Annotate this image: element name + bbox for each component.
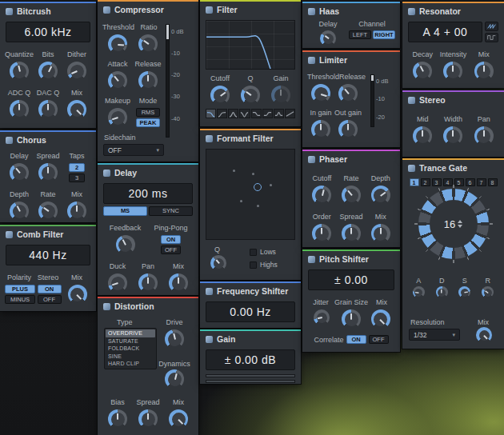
pan-knob[interactable]: [474, 126, 494, 146]
cutoff-knob[interactable]: [312, 186, 331, 205]
bias-knob[interactable]: [108, 409, 127, 429]
polarity-plus-button[interactable]: PLUS: [5, 285, 35, 293]
spread-knob[interactable]: [342, 224, 361, 243]
bits-knob[interactable]: [38, 62, 58, 81]
release-knob[interactable]: [338, 84, 358, 103]
filter-shape-bandpass-button[interactable]: [228, 109, 238, 118]
threshold-knob[interactable]: [311, 84, 330, 103]
pad-cursor[interactable]: [254, 183, 262, 191]
formant-xy-pad[interactable]: [206, 149, 295, 240]
release-knob[interactable]: [482, 286, 494, 298]
resolution-dropdown[interactable]: 1/32 ▾: [409, 329, 460, 341]
feedback-knob[interactable]: [116, 235, 135, 254]
pattern-button-7[interactable]: 7: [477, 178, 486, 186]
correlate-on-button[interactable]: ON: [346, 335, 366, 344]
threshold-knob[interactable]: [108, 34, 127, 54]
pattern-button-8[interactable]: 8: [488, 178, 498, 186]
taps-2-button[interactable]: 2: [69, 163, 85, 172]
filter-shape-highpass-button[interactable]: [217, 109, 227, 118]
decay-knob[interactable]: [436, 286, 448, 298]
pan-knob[interactable]: [138, 273, 158, 293]
type-option-saturate[interactable]: SATURATE: [106, 337, 155, 345]
filter-shape-notch-button[interactable]: [239, 109, 250, 118]
dynamics-knob[interactable]: [165, 369, 184, 389]
intensity-knob[interactable]: [443, 62, 462, 81]
steps-count[interactable]: 16: [444, 218, 455, 230]
steps-spinner[interactable]: [458, 220, 462, 228]
release-knob[interactable]: [138, 71, 158, 90]
mix-knob[interactable]: [169, 409, 188, 429]
grain-size-knob[interactable]: [342, 309, 361, 329]
mix-knob[interactable]: [371, 309, 390, 329]
checkbox-box[interactable]: [250, 249, 257, 256]
taps-3-button[interactable]: 3: [69, 174, 85, 182]
pattern-button-3[interactable]: 3: [432, 178, 442, 186]
sustain-knob[interactable]: [458, 286, 470, 298]
delay-knob[interactable]: [320, 30, 336, 46]
mid-knob[interactable]: [413, 126, 432, 146]
mix-knob[interactable]: [474, 62, 494, 81]
q-knob[interactable]: [241, 86, 260, 105]
pattern-button-1[interactable]: 1: [410, 178, 419, 186]
checkbox-box[interactable]: [250, 261, 257, 269]
frequency-shifter-display[interactable]: 0.00 Hz: [206, 301, 295, 322]
attack-knob[interactable]: [108, 71, 127, 90]
type-option-overdrive[interactable]: OVERDRIVE: [106, 329, 155, 337]
pitch-display[interactable]: ± 0.00: [308, 269, 394, 290]
spread-knob[interactable]: [38, 163, 58, 182]
filter-shape-low-shelf-button[interactable]: [251, 109, 262, 118]
mode-peak-button[interactable]: PEAK: [136, 118, 160, 127]
sync-button[interactable]: SYNC: [149, 206, 193, 216]
filter-shape-allpass-button[interactable]: [285, 109, 295, 118]
pingpong-on-button[interactable]: ON: [161, 235, 181, 244]
correlate-off-button[interactable]: OFF: [369, 335, 389, 344]
depth-knob[interactable]: [371, 186, 390, 205]
stereo-off-button[interactable]: OFF: [38, 295, 62, 304]
lows-checkbox[interactable]: Lows: [250, 248, 278, 256]
quantize-knob[interactable]: [10, 62, 29, 81]
rate-knob[interactable]: [38, 202, 58, 221]
depth-knob[interactable]: [10, 202, 29, 221]
channel-right-button[interactable]: RIGHT: [373, 30, 395, 39]
highs-checkbox[interactable]: Highs: [250, 261, 278, 269]
ms-button[interactable]: MS: [103, 206, 147, 216]
mode-rms-button[interactable]: RMS: [136, 108, 160, 117]
mix-knob[interactable]: [67, 100, 86, 119]
spread-knob[interactable]: [138, 409, 158, 429]
mix-knob[interactable]: [68, 285, 87, 304]
decay-knob[interactable]: [413, 62, 432, 81]
resonator-display[interactable]: A 4 + 00: [408, 22, 482, 42]
comb-display[interactable]: 440 Hz: [6, 245, 90, 265]
rate-knob[interactable]: [342, 186, 361, 205]
out-gain-knob[interactable]: [338, 120, 358, 139]
dac-q-knob[interactable]: [38, 100, 58, 119]
sawtooth-wave-button[interactable]: [485, 22, 498, 31]
bitcrush-display[interactable]: 6.00 kHz: [6, 22, 90, 42]
ratio-knob[interactable]: [138, 34, 158, 54]
filter-shape-high-shelf-button[interactable]: [262, 109, 273, 118]
width-knob[interactable]: [443, 126, 462, 146]
duck-knob[interactable]: [108, 273, 127, 293]
pattern-button-2[interactable]: 2: [421, 178, 430, 186]
sidechain-dropdown[interactable]: OFF ▾: [103, 144, 164, 156]
gain-display[interactable]: ± 0.00 dB: [206, 349, 295, 370]
filter-shape-lowpass-button[interactable]: [206, 109, 216, 118]
pingpong-off-button[interactable]: OFF: [161, 245, 181, 254]
type-option-sine[interactable]: SINE: [106, 353, 155, 361]
type-option-foldback[interactable]: FOLDBACK: [106, 345, 155, 353]
adc-q-knob[interactable]: [10, 100, 29, 119]
pattern-button-6[interactable]: 6: [466, 178, 475, 186]
drive-knob[interactable]: [165, 329, 184, 349]
mix-knob[interactable]: [476, 327, 492, 343]
stereo-on-button[interactable]: ON: [38, 285, 62, 293]
gain-knob[interactable]: [271, 86, 290, 105]
spinner-down-icon[interactable]: [458, 225, 462, 228]
type-option-hard-clip[interactable]: HARD CLIP: [106, 360, 155, 368]
q-knob[interactable]: [210, 255, 226, 271]
filter-shape-peak-button[interactable]: [274, 109, 284, 118]
square-wave-button[interactable]: [485, 33, 498, 42]
mix-knob[interactable]: [67, 202, 86, 221]
spinner-up-icon[interactable]: [458, 220, 462, 223]
makeup-knob[interactable]: [108, 108, 127, 127]
order-knob[interactable]: [312, 224, 331, 243]
